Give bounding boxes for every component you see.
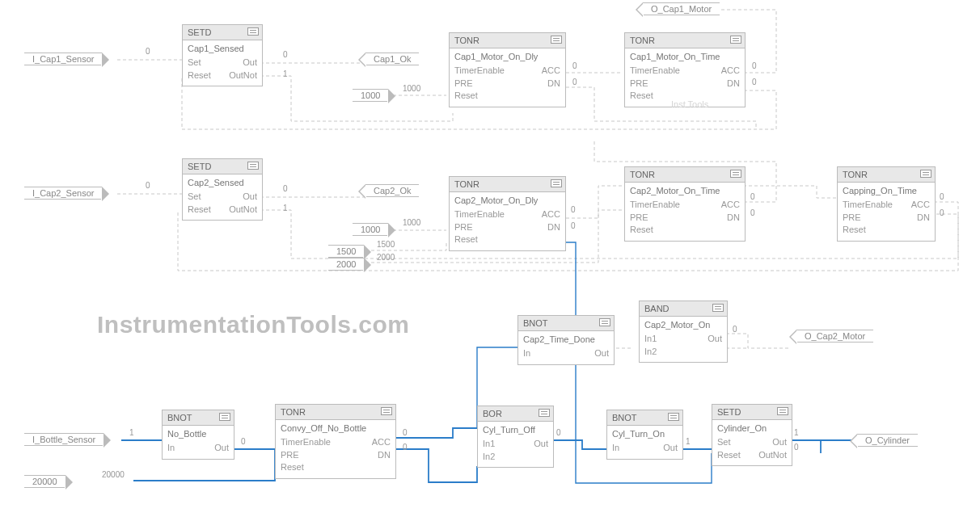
block-menu-icon[interactable] [539,409,550,417]
wire-label: 0 [752,61,757,70]
wire-label: 0 [571,205,576,214]
block-bor-cyl-turn-off[interactable]: BOR Cyl_Turn_Off In1Out In2 [477,406,554,468]
wire-label: 0 [556,428,561,437]
block-type-label: BOR [478,406,553,422]
block-type-label: SETD [712,405,792,420]
block-setd-cap2-sensed[interactable]: SETD Cap2_Sensed SetOut ResetOutNot [182,158,263,221]
block-tonr-convy-off-no-bottle[interactable]: TONR Convy_Off_No_Bottle TimerEnableACC … [275,404,396,479]
wire-label: 1 [794,428,799,437]
block-title: Cyl_Turn_Off [483,424,548,436]
block-type-label: TONR [450,177,565,192]
block-title: Cap2_Motor_On_Dly [454,195,560,207]
wire-label: 1 [129,428,134,437]
wire-label: 0 [146,181,150,190]
block-type-label: TONR [276,405,395,420]
wire-label: 0 [572,78,577,86]
block-title: Cap1_Motor_On_Dly [454,51,560,63]
block-menu-icon[interactable] [730,170,741,178]
output-cap2-motor: O_Cap2_Motor [796,330,873,343]
wire-label: 0 [794,443,799,452]
block-bnot-no-bottle[interactable]: BNOT No_Bottle InOut [162,410,234,460]
block-band-cap2-motor-on[interactable]: BAND Cap2_Motor_On In1Out In2 [639,301,728,363]
block-type-label: SETD [183,159,262,174]
block-tonr-cap2-motor-on-time[interactable]: TONR Cap2_Motor_On_Time TimerEnableACC P… [624,166,746,242]
input-cap1-sensor: I_Cap1_Sensor [24,53,102,65]
block-menu-icon[interactable] [551,179,562,187]
block-title: Capping_On_Time [843,185,930,197]
wire-label: 0 [403,428,408,437]
block-title: Cyl_Turn_On [612,428,678,440]
block-tonr-cap2-motor-on-dly[interactable]: TONR Cap2_Motor_On_Dly TimerEnableACC PR… [449,176,566,251]
block-setd-cap1-sensed[interactable]: SETD Cap1_Sensed SetOut ResetOutNot [182,24,263,86]
block-menu-icon[interactable] [551,36,562,44]
block-menu-icon[interactable] [730,36,741,44]
wire-label: 0 [241,437,246,446]
block-menu-icon[interactable] [712,304,724,312]
const-1500: 1500 [328,245,364,258]
block-type-label: SETD [183,25,262,40]
wire-label: 1 [283,69,288,78]
const-1000-b: 1000 [353,223,388,236]
input-cap2-sensor: I_Cap2_Sensor [24,187,102,200]
wire-label: 0 [940,192,944,201]
wire-label: 0 [752,78,757,86]
block-menu-icon[interactable] [381,407,392,415]
wire-label: 1000 [403,84,420,93]
wire-label: 0 [750,208,755,217]
watermark-small: Inst Tools [671,99,708,109]
block-menu-icon[interactable] [599,318,610,326]
block-title: Cap2_Time_Done [523,334,609,346]
block-menu-icon[interactable] [920,170,931,178]
wire-label: 0 [750,192,755,201]
output-cylinder: O_Cylinder [857,434,918,447]
block-setd-cylinder-on[interactable]: SETD Cylinder_On SetOut ResetOutNot [712,404,792,466]
wire-label: 0 [283,50,288,59]
wire-label: 2000 [377,253,395,262]
block-title: Cap2_Motor_On_Time [630,185,740,197]
const-20000: 20000 [24,475,65,488]
output-cap1-motor: O_Cap1_Motor [643,2,720,15]
block-title: Cap2_Motor_On [644,319,722,331]
input-bottle-sensor: I_Bottle_Sensor [24,433,103,446]
block-title: Convy_Off_No_Bottle [281,422,391,435]
block-menu-icon[interactable] [219,413,230,421]
wire-label: 1000 [403,218,420,227]
block-type-label: BNOT [518,316,614,331]
block-menu-icon[interactable] [777,407,788,415]
wire-label: 1 [283,204,288,212]
wire-label: 0 [283,184,288,193]
block-type-label: TONR [625,167,745,183]
const-2000: 2000 [328,258,364,271]
ref-cap2-ok: Cap2_Ok [365,184,419,197]
wire-label: 0 [572,61,577,70]
block-title: Cap1_Sensed [188,43,257,55]
const-1000-a: 1000 [353,89,388,102]
ref-cap1-ok: Cap1_Ok [365,53,419,65]
block-tonr-cap1-motor-on-dly[interactable]: TONR Cap1_Motor_On_Dly TimerEnableACC PR… [449,32,566,107]
block-title: Cylinder_On [717,422,787,435]
wire-label: 0 [146,47,150,56]
wire-label: 0 [403,443,408,452]
block-tonr-cap1-motor-on-time[interactable]: TONR Cap1_Motor_On_Time TimerEnableACC P… [624,32,746,107]
block-menu-icon[interactable] [247,162,259,170]
wire-label: 0 [571,221,576,230]
block-title: Cap1_Motor_On_Time [630,51,740,63]
block-bnot-cap2-time-done[interactable]: BNOT Cap2_Time_Done InOut [517,315,615,365]
block-title: No_Bottle [167,428,229,440]
block-type-label: BNOT [607,410,682,426]
watermark-main: InstrumentationTools.com [97,311,409,338]
block-menu-icon[interactable] [668,413,679,421]
block-title: Cap2_Sensed [188,177,257,189]
block-type-label: TONR [450,33,565,48]
block-menu-icon[interactable] [247,27,259,36]
block-type-label: BNOT [163,410,234,426]
block-type-label: TONR [625,33,745,48]
wire-label: 1 [686,437,691,446]
block-type-label: TONR [838,167,935,183]
wire-label: 20000 [102,470,125,479]
wire-label: 0 [733,325,737,334]
wire-label: 0 [940,208,944,217]
wire-label: 1500 [377,240,395,249]
block-tonr-capping-on-time[interactable]: TONR Capping_On_Time TimerEnableACC PRED… [837,166,936,242]
block-bnot-cyl-turn-on[interactable]: BNOT Cyl_Turn_On InOut [606,410,683,460]
